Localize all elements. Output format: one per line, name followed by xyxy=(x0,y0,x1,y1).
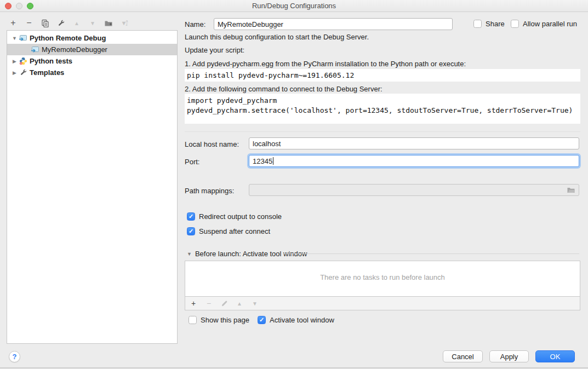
arrow-down-icon: ▼ xyxy=(252,301,258,307)
tree-item-python-remote-debug[interactable]: ▼ Python Remote Debug xyxy=(7,32,177,44)
tree-item-myremotedebugger[interactable]: ▶ MyRemoteDebugger xyxy=(7,44,177,55)
pip-command-code: pip install pydevd-pycharm~=191.6605.12 xyxy=(185,69,580,82)
remove-configuration-button[interactable]: − xyxy=(24,18,35,28)
edit-templates-button[interactable] xyxy=(55,18,66,28)
chevron-down-icon[interactable]: ▼ xyxy=(187,251,192,257)
ok-button[interactable]: OK xyxy=(535,350,575,362)
tree-item-label: MyRemoteDebugger xyxy=(42,45,107,54)
show-this-page-label: Show this page xyxy=(201,316,249,324)
empty-task-list-text: There are no tasks to run before launch xyxy=(185,273,580,281)
chevron-down-icon[interactable]: ▼ xyxy=(12,36,18,41)
arrow-down-icon: ▼ xyxy=(90,20,95,26)
checkbox-unchecked-icon xyxy=(189,316,197,324)
python-tests-icon xyxy=(19,57,27,66)
tree-item-label: Python tests xyxy=(30,57,72,65)
run-debug-configurations-dialog: Run/Debug Configurations + − ▲ ▼ xyxy=(0,0,588,369)
port-label: Port: xyxy=(185,158,199,166)
tree-item-label: Templates xyxy=(30,68,64,77)
allow-parallel-run-checkbox[interactable]: Allow parallel run xyxy=(511,20,577,28)
checkbox-unchecked-icon xyxy=(511,20,519,28)
tree-item-templates[interactable]: ▶ Templates xyxy=(7,67,177,78)
name-input[interactable] xyxy=(214,18,453,30)
arrow-up-icon: ▲ xyxy=(74,20,79,26)
name-label: Name: xyxy=(185,20,205,28)
move-up-button[interactable]: ▲ xyxy=(71,18,82,28)
remote-debug-icon xyxy=(19,34,27,43)
tree-item-python-tests[interactable]: ▶ Python tests xyxy=(7,55,177,67)
question-icon: ? xyxy=(13,353,17,361)
show-this-page-checkbox[interactable]: Show this page xyxy=(189,316,249,324)
redirect-output-checkbox[interactable]: ✓ Redirect output to console xyxy=(187,212,282,221)
new-folder-icon xyxy=(104,19,113,27)
new-folder-button[interactable] xyxy=(103,18,114,28)
minus-icon: − xyxy=(207,299,211,308)
cancel-button[interactable]: Cancel xyxy=(443,350,483,362)
path-mappings-input[interactable] xyxy=(249,184,579,196)
wrench-icon xyxy=(57,19,65,27)
task-list-toolbar: + − ▲ ▼ xyxy=(185,297,580,310)
browse-folder-icon[interactable] xyxy=(567,186,575,194)
arrow-up-icon: ▲ xyxy=(237,301,242,307)
copy-icon xyxy=(41,19,49,27)
share-checkbox[interactable]: Share xyxy=(473,20,505,28)
checkbox-checked-icon: ✓ xyxy=(258,316,266,324)
tree-item-label: Python Remote Debug xyxy=(30,34,106,42)
activate-tool-window-label: Activate tool window xyxy=(270,316,334,324)
text-caret xyxy=(273,157,273,165)
chevron-right-icon[interactable]: ▶ xyxy=(12,59,18,64)
step2-text: 2. Add the following command to connect … xyxy=(185,85,383,93)
move-down-button[interactable]: ▼ xyxy=(87,18,98,28)
allow-parallel-run-label: Allow parallel run xyxy=(523,20,577,28)
remove-task-button[interactable]: − xyxy=(204,298,214,308)
redirect-output-label: Redirect output to console xyxy=(199,212,282,221)
help-button[interactable]: ? xyxy=(9,351,20,362)
step1-text: 1. Add pydevd-pycharm.egg from the PyCha… xyxy=(185,60,466,68)
local-host-name-input[interactable] xyxy=(249,137,579,149)
local-host-name-label: Local host name: xyxy=(185,140,239,148)
plus-icon: + xyxy=(191,299,196,308)
apply-button[interactable]: Apply xyxy=(489,350,529,362)
checkbox-checked-icon: ✓ xyxy=(187,212,195,221)
minus-icon: − xyxy=(26,18,31,28)
suspend-after-connect-checkbox[interactable]: ✓ Suspend after connect xyxy=(187,227,270,235)
move-task-down-button[interactable]: ▼ xyxy=(250,298,260,308)
port-value: 12345 xyxy=(253,157,272,165)
add-task-button[interactable]: + xyxy=(189,298,198,308)
before-launch-task-list[interactable]: There are no tasks to run before launch xyxy=(185,261,580,297)
suspend-after-connect-label: Suspend after connect xyxy=(199,227,270,235)
move-task-up-button[interactable]: ▲ xyxy=(235,298,244,308)
sort-icon: ▼ az xyxy=(121,20,128,26)
wrench-icon xyxy=(19,68,27,77)
copy-configuration-button[interactable] xyxy=(39,18,50,28)
sort-configurations-button[interactable]: ▼ az xyxy=(119,18,130,28)
section-divider xyxy=(185,131,580,132)
pencil-icon xyxy=(221,300,228,307)
configurations-toolbar: + − ▲ ▼ ▼ az xyxy=(8,17,130,29)
path-mappings-label: Path mappings: xyxy=(185,187,234,195)
before-launch-rule xyxy=(283,253,579,254)
chevron-right-icon[interactable]: ▶ xyxy=(12,70,18,76)
checkbox-checked-icon: ✓ xyxy=(187,227,195,235)
update-script-text: Update your script: xyxy=(185,46,244,54)
configurations-tree: ▼ Python Remote Debug ▶ MyRemoteDebugger… xyxy=(7,30,178,344)
port-input[interactable]: 12345 xyxy=(249,155,579,167)
checkbox-unchecked-icon xyxy=(473,20,482,28)
title-bar: Run/Debug Configurations xyxy=(0,0,588,12)
activate-tool-window-checkbox[interactable]: ✓ Activate tool window xyxy=(258,316,334,324)
add-configuration-button[interactable]: + xyxy=(8,18,19,28)
settrace-code: import pydevd_pycharm pydevd_pycharm.set… xyxy=(185,94,580,124)
share-label: Share xyxy=(486,20,505,28)
remote-debug-icon xyxy=(31,45,39,54)
edit-task-button[interactable] xyxy=(219,298,229,308)
window-title: Run/Debug Configurations xyxy=(0,2,588,10)
plus-icon: + xyxy=(10,18,15,28)
intro-text: Launch this debug configuration to start… xyxy=(185,33,369,41)
